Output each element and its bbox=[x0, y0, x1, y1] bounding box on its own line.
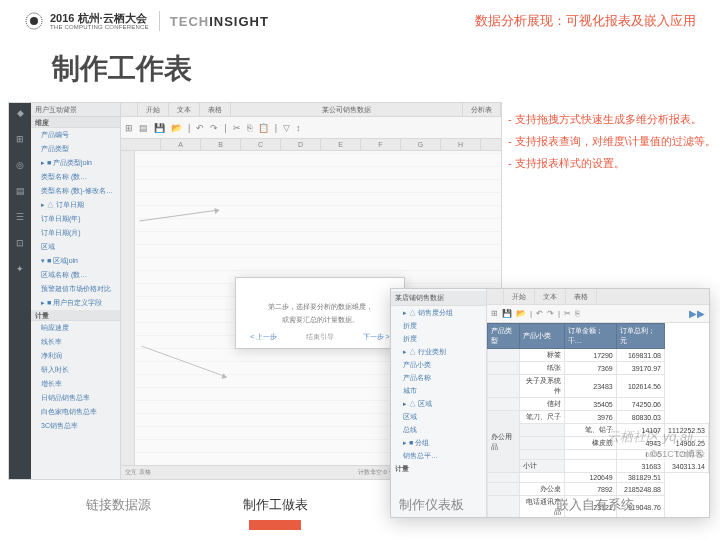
ptool-save-icon[interactable]: 💾 bbox=[502, 309, 512, 318]
logo-icon bbox=[24, 11, 44, 31]
measure-field[interactable]: 白色家电销售总率 bbox=[31, 405, 120, 419]
popup-tree-item[interactable]: ▸ ■ 分组 bbox=[391, 436, 486, 449]
dimension-field[interactable]: 类型名称 (数… bbox=[31, 170, 120, 184]
header-divider bbox=[159, 11, 160, 31]
popup-toolbar: ⊞💾📂|↶↷|✂⎘▶▶ bbox=[487, 305, 709, 323]
conference-logo: 2016 杭州·云栖大会 THE COMPUTING CONFERENCE bbox=[24, 11, 149, 31]
dialog-skip-button[interactable]: 结束引导 bbox=[306, 332, 334, 342]
tool-cut-icon[interactable]: ✂ bbox=[233, 123, 241, 133]
dimension-field[interactable]: 预警超值市场价格对比 bbox=[31, 282, 120, 296]
ptool-open-icon[interactable]: 📂 bbox=[516, 309, 526, 318]
measure-field[interactable]: 响应速度 bbox=[31, 321, 120, 335]
dimension-field[interactable]: ▾ ■ 区域join bbox=[31, 254, 120, 268]
measure-field[interactable]: 线长率 bbox=[31, 335, 120, 349]
popup-tree-item[interactable]: 区域 bbox=[391, 410, 486, 423]
tool-grid-icon[interactable]: ⊞ bbox=[125, 123, 133, 133]
popup-tree-item[interactable]: 总线 bbox=[391, 423, 486, 436]
nav-icon-7[interactable]: ✦ bbox=[14, 263, 26, 275]
field-panel: 用户互动背景 维度 产品编号产品类型▸ ■ 产品类型join 类型名称 (数… … bbox=[31, 103, 121, 479]
dimension-field[interactable]: 类型名称 (数)-修改名… bbox=[31, 184, 120, 198]
header-subtitle: 数据分析展现：可视化报表及嵌入应用 bbox=[475, 12, 696, 30]
popup-tab-table[interactable]: 表格 bbox=[566, 289, 597, 304]
active-step-bar bbox=[249, 520, 301, 530]
techinsight-logo: TECHINSIGHT bbox=[170, 14, 269, 29]
step-1[interactable]: 链接数据源 bbox=[86, 496, 151, 514]
callout-3: - 支持报表样式的设置。 bbox=[508, 154, 716, 172]
dimension-field[interactable]: ▸ ■ 产品类型join bbox=[31, 156, 120, 170]
dimension-field[interactable]: 订单日期(月) bbox=[31, 226, 120, 240]
measure-field[interactable]: 研入时长 bbox=[31, 363, 120, 377]
nav-icon-1[interactable]: ◆ bbox=[14, 107, 26, 119]
dimension-section: 维度 bbox=[31, 117, 120, 128]
sheet-tabs[interactable]: 交互 表格 bbox=[125, 468, 151, 477]
dialog-prev-button[interactable]: < 上一步 bbox=[250, 332, 277, 342]
ptool-play-icon[interactable]: ▶▶ bbox=[689, 308, 705, 319]
popup-tree-item[interactable]: 折度 bbox=[391, 332, 486, 345]
ptool-grid-icon[interactable]: ⊞ bbox=[491, 309, 498, 318]
tool-paste-icon[interactable]: 📋 bbox=[258, 123, 269, 133]
popup-tree-item[interactable]: 城市 bbox=[391, 384, 486, 397]
nav-icon-5[interactable]: ☰ bbox=[14, 211, 26, 223]
tab-text[interactable]: 文本 bbox=[169, 103, 200, 116]
ptool-redo-icon[interactable]: ↷ bbox=[547, 309, 554, 318]
tool-filter-icon[interactable]: ▽ bbox=[283, 123, 290, 133]
measure-section: 计量 bbox=[31, 310, 120, 321]
popup-tree-item[interactable]: ▸ △ 区域 bbox=[391, 397, 486, 410]
tool-undo-icon[interactable]: ↶ bbox=[196, 123, 204, 133]
popup-tree-item[interactable]: 折度 bbox=[391, 319, 486, 332]
popup-tree-item[interactable]: 产品名称 bbox=[391, 371, 486, 384]
popup-tree-item[interactable]: ▸ △ 销售度分组 bbox=[391, 306, 486, 319]
step-footer: 链接数据源 制作工做表 制作仪表板 嵌入自有系统 bbox=[0, 480, 720, 540]
callout-1: - 支持拖拽方式快速生成多维分析报表。 bbox=[508, 110, 716, 128]
feature-callout: - 支持拖拽方式快速生成多维分析报表。 - 支持报表查询，对维度\计量值的过滤等… bbox=[508, 110, 716, 176]
nav-icon-6[interactable]: ⊡ bbox=[14, 237, 26, 249]
dimension-field[interactable]: ▸ △ 订单日期 bbox=[31, 198, 120, 212]
nav-icon-2[interactable]: ⊞ bbox=[14, 133, 26, 145]
tool-copy-icon[interactable]: ⎘ bbox=[247, 123, 252, 133]
measure-field[interactable]: 3C销售总率 bbox=[31, 419, 120, 433]
ti-tech: TECH bbox=[170, 14, 209, 29]
popup-tab-text[interactable]: 文本 bbox=[535, 289, 566, 304]
conf-city: 杭州·云栖大会 bbox=[78, 12, 147, 24]
measure-field[interactable]: 净利润 bbox=[31, 349, 120, 363]
tool-open-icon[interactable]: 📂 bbox=[171, 123, 182, 133]
ti-insight: INSIGHT bbox=[209, 14, 269, 29]
tool-sort-icon[interactable]: ↕ bbox=[296, 123, 301, 133]
tool-chart-icon[interactable]: ▤ bbox=[139, 123, 148, 133]
dialog-next-button[interactable]: 下一步 > bbox=[363, 332, 390, 342]
tool-save-icon[interactable]: 💾 bbox=[154, 123, 165, 133]
ptool-undo-icon[interactable]: ↶ bbox=[536, 309, 543, 318]
popup-tree-item[interactable]: 销售总平… bbox=[391, 449, 486, 462]
measure-field[interactable]: 日销品销售总率 bbox=[31, 391, 120, 405]
step-3[interactable]: 制作仪表板 bbox=[399, 496, 464, 514]
measure-field[interactable]: 增长率 bbox=[31, 377, 120, 391]
field-panel-header: 用户互动背景 bbox=[31, 103, 120, 117]
nav-icon-4[interactable]: ▤ bbox=[14, 185, 26, 197]
dimension-field[interactable]: 产品编号 bbox=[31, 128, 120, 142]
nav-icon-3[interactable]: ◎ bbox=[14, 159, 26, 171]
left-nav-rail: ◆⊞◎▤☰⊡✦ bbox=[9, 103, 31, 479]
dialog-line1: 第二步，选择要分析的数据维度， bbox=[268, 300, 373, 313]
tab-table[interactable]: 表格 bbox=[200, 103, 231, 116]
popup-title: 某店铺销售数据 bbox=[391, 291, 486, 306]
dimension-field[interactable]: 产品类型 bbox=[31, 142, 120, 156]
ptool-copy-icon[interactable]: ⎘ bbox=[575, 309, 580, 318]
dimension-field[interactable]: ▸ ■ 用户自定义字段 bbox=[31, 296, 120, 310]
popup-measure-sec: 计量 bbox=[391, 462, 486, 476]
svg-point-1 bbox=[30, 17, 38, 25]
tool-redo-icon[interactable]: ↷ bbox=[210, 123, 218, 133]
popup-tab-start[interactable]: 开始 bbox=[504, 289, 535, 304]
step-4[interactable]: 嵌入自有系统 bbox=[556, 496, 634, 514]
ribbon-tabs: 开始 文本 表格 某公司销售数据 分析表 bbox=[121, 103, 501, 117]
conf-year: 2016 bbox=[50, 12, 74, 24]
popup-tabs: 开始 文本 表格 bbox=[487, 289, 709, 305]
popup-tree-item[interactable]: ▸ △ 行业类别 bbox=[391, 345, 486, 358]
tab-start[interactable]: 开始 bbox=[138, 103, 169, 116]
dimension-field[interactable]: 订单日期(年) bbox=[31, 212, 120, 226]
ptool-cut-icon[interactable]: ✂ bbox=[564, 309, 571, 318]
dimension-field[interactable]: 区域名称 (数… bbox=[31, 268, 120, 282]
dimension-field[interactable]: 区域 bbox=[31, 240, 120, 254]
tab-analysis[interactable]: 分析表 bbox=[463, 103, 501, 116]
popup-tree-item[interactable]: 产品小类 bbox=[391, 358, 486, 371]
step-2[interactable]: 制作工做表 bbox=[243, 496, 308, 530]
